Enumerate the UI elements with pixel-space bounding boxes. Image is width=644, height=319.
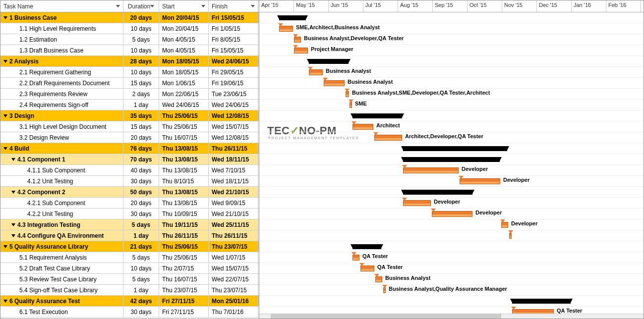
chevron-down-icon[interactable] [251,5,255,7]
cell-finish[interactable]: Thu 23/07/15 [209,241,258,252]
task-row[interactable]: 1.2 Estimation5 daysMon 4/05/15Fri 8/05/… [0,34,259,45]
task-bar[interactable] [460,178,500,184]
cell-task-name[interactable]: 2.1 Requirement Gathering [0,67,123,77]
cell-duration[interactable]: 10 days [123,263,159,273]
cell-start[interactable]: Mon 4/05/15 [159,45,209,55]
task-bar[interactable] [375,276,382,282]
cell-finish[interactable]: Wed 15/07/15 [209,121,258,132]
cell-duration[interactable]: 10 days [123,45,159,55]
cell-start[interactable]: Mon 22/06/15 [159,89,209,99]
cell-duration[interactable]: 5 days [123,252,159,263]
cell-finish[interactable]: Wed 21/10/15 [209,187,258,197]
cell-duration[interactable]: 42 days [123,296,159,306]
chevron-down-icon[interactable] [116,5,120,7]
cell-finish[interactable]: Fri 15/05/15 [209,45,258,55]
expand-collapse-icon[interactable] [3,245,7,248]
cell-task-name[interactable]: 2.2 Draft Requirements Document [0,78,123,88]
cell-duration[interactable]: 1 day [123,285,159,295]
col-header-task-name[interactable]: Task Name [0,0,123,12]
cell-task-name[interactable]: 4.1 Component 1 [0,154,123,164]
cell-task-name[interactable]: 3 Design [0,110,123,121]
task-row[interactable]: 2.2 Draft Requirements Document15 daysMo… [0,78,259,89]
cell-task-name[interactable]: 2.3 Requirements Review [0,89,123,99]
cell-finish[interactable]: Wed 18/11/15 [209,154,258,164]
cell-finish[interactable]: Wed 15/07/15 [209,263,258,273]
cell-duration[interactable]: 21 days [123,241,159,252]
cell-duration[interactable]: 15 days [123,121,159,132]
cell-finish[interactable]: Wed 25/11/15 [209,219,258,230]
cell-start[interactable]: Thu 25/06/15 [159,121,209,132]
cell-start[interactable]: Thu 13/08/15 [159,143,209,154]
task-bar[interactable] [294,37,301,43]
cell-start[interactable]: Mon 18/05/15 [159,56,209,66]
cell-task-name[interactable]: 1.2 Estimation [0,34,123,45]
cell-task-name[interactable]: 4.2.2 Unit Testing [0,209,123,219]
cell-task-name[interactable]: 5.3 Review Test Case Library [0,274,123,284]
cell-task-name[interactable]: 4.1.1 Sub Component [0,165,123,175]
cell-duration[interactable]: 10 days [123,23,159,34]
cell-start[interactable]: Mon 20/04/15 [159,23,209,34]
cell-start[interactable]: Wed 24/06/15 [159,100,209,110]
cell-task-name[interactable]: 5.1 Requirement Analysis [0,252,123,263]
expand-collapse-icon[interactable] [3,300,7,303]
task-bar[interactable] [432,211,472,217]
expand-collapse-icon[interactable] [11,158,15,161]
cell-finish[interactable]: Wed 12/08/15 [209,110,258,121]
cell-task-name[interactable]: 1.3 Draft Business Case [0,45,123,55]
cell-duration[interactable]: 28 days [123,56,159,66]
summary-bar[interactable] [279,15,306,20]
summary-bar[interactable] [403,157,500,162]
cell-duration[interactable]: 1 day [123,100,159,110]
expand-collapse-icon[interactable] [3,16,7,19]
cell-duration[interactable]: 20 days [123,198,159,208]
task-row[interactable]: 3.1 High Level Design Document15 daysThu… [0,121,259,132]
cell-duration[interactable]: 15 days [123,78,159,88]
task-bar[interactable] [374,135,402,141]
expand-collapse-icon[interactable] [11,191,15,194]
cell-duration[interactable]: 30 days [123,307,159,317]
cell-duration[interactable]: 20 days [123,132,159,143]
cell-start[interactable]: Thu 13/08/15 [159,165,209,175]
cell-start[interactable]: Thu 2/07/15 [159,263,209,273]
task-row[interactable]: 1.3 Draft Business Case10 daysMon 4/05/1… [0,45,259,56]
cell-start[interactable]: Thu 8/10/15 [159,176,209,186]
cell-finish[interactable]: Wed 9/09/15 [209,198,258,208]
cell-finish[interactable]: Fri 19/06/15 [209,78,258,88]
expand-collapse-icon[interactable] [3,60,7,63]
cell-start[interactable]: Thu 13/08/15 [159,154,209,164]
summary-bar[interactable] [403,146,507,151]
task-row[interactable]: 5.1 Requirement Analysis5 daysThu 25/06/… [0,252,259,263]
cell-start[interactable]: Thu 25/06/15 [159,252,209,263]
cell-start[interactable]: Mon 4/05/15 [159,34,209,45]
cell-start[interactable]: Thu 16/07/15 [159,274,209,284]
col-header-finish[interactable]: Finish [209,0,258,12]
cell-start[interactable]: Mon 18/05/15 [159,67,209,77]
cell-task-name[interactable]: 4.3 Integration Testing [0,219,123,230]
expand-collapse-icon[interactable] [3,147,7,150]
cell-task-name[interactable]: 6 Quality Assurance Test [0,296,123,306]
task-row[interactable]: 6 Quality Assurance Test42 daysFri 27/11… [0,296,259,307]
task-row[interactable]: 2.4 Requirements Sign-off1 dayWed 24/06/… [0,100,259,110]
task-bar[interactable] [403,200,431,206]
task-bar[interactable] [501,222,508,228]
cell-duration[interactable]: 5 days [123,219,159,230]
cell-duration[interactable]: 20 days [123,12,159,23]
task-row[interactable]: 4.1.2 Unit Testing30 daysThu 8/10/15Wed … [0,176,259,187]
cell-finish[interactable]: Wed 24/06/15 [209,100,258,110]
cell-duration[interactable]: 5 days [123,34,159,45]
cell-start[interactable]: Thu 23/07/15 [159,285,209,295]
summary-bar[interactable] [512,299,571,304]
cell-task-name[interactable]: 5 Quality Assurance Library [0,241,123,252]
chevron-down-icon[interactable] [150,5,154,7]
cell-duration[interactable]: 40 days [123,165,159,175]
cell-finish[interactable]: Thu 26/11/15 [209,230,258,241]
cell-duration[interactable]: 70 days [123,154,159,164]
cell-finish[interactable]: Tue 23/06/15 [209,89,258,99]
gantt-body[interactable]: TEC✓NO-PM PROJECT MANAGEMENT TEMPLATES S… [259,12,644,319]
cell-duration[interactable]: 76 days [123,143,159,154]
task-bar[interactable] [509,233,512,239]
task-row[interactable]: 4.2 Component 250 daysThu 13/08/15Wed 21… [0,187,259,198]
expand-collapse-icon[interactable] [11,223,15,226]
cell-duration[interactable]: 2 days [123,89,159,99]
task-row[interactable]: 3.2 Design Review20 daysThu 16/07/15Wed … [0,132,259,143]
